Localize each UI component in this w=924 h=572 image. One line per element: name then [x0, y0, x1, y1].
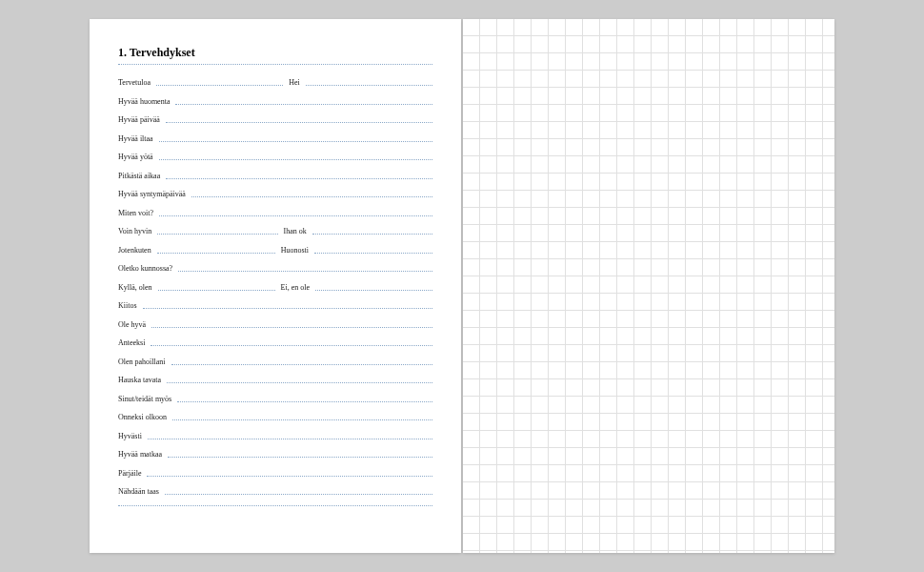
vocab-term: Hyvää matkaa: [118, 450, 162, 459]
vocab-term: Hauska tavata: [118, 376, 161, 384]
vocab-term: Tervetuloa: [118, 78, 151, 87]
vocab-row: Hyvää huomenta: [118, 97, 432, 106]
section-heading: 1. Tervehdykset: [118, 46, 432, 60]
fill-line: [157, 234, 277, 235]
fill-line: [156, 85, 283, 86]
fill-line: [166, 122, 432, 123]
fill-line: [168, 457, 432, 458]
vocab-term: Ihan ok: [284, 227, 307, 235]
fill-line: [167, 382, 432, 383]
fill-line: [143, 308, 432, 309]
fill-line: [314, 253, 432, 254]
vocab-term: Miten voit?: [118, 209, 153, 217]
vocab-row: Miten voit?: [118, 209, 432, 217]
vocab-row: Hyvää päivää: [118, 115, 432, 124]
fill-line: [159, 141, 432, 142]
vocab-row: Hyvästi: [118, 432, 432, 440]
vocab-term: Sinut/teidät myös: [118, 395, 171, 403]
vocabulary-list: TervetuloaHeiHyvää huomentaHyvää päivääH…: [118, 78, 432, 507]
right-page-grid: [463, 19, 834, 553]
vocab-term: Pitkästä aikaa: [118, 172, 160, 180]
fill-line: [165, 494, 432, 495]
vocab-row: Hyvää iltaa: [118, 134, 432, 143]
fill-line: [157, 253, 275, 254]
vocab-row: Hyvää yötä: [118, 153, 432, 161]
vocab-row: [118, 506, 432, 507]
fill-line: [306, 85, 432, 86]
vocab-row: Ole hyvä: [118, 320, 432, 329]
vocab-row: Pärjäile: [118, 469, 432, 478]
fill-line: [158, 290, 275, 291]
fill-line: [151, 345, 432, 346]
vocab-term: Hyvästi: [118, 432, 142, 440]
fill-line: [148, 439, 432, 439]
fill-line: [159, 215, 432, 216]
vocab-row: Sinut/teidät myös: [118, 395, 432, 403]
vocab-term: Jotenkuten: [118, 246, 151, 255]
fill-line: [175, 104, 432, 105]
fill-line: [172, 419, 432, 420]
vocab-term: Kyllä, olen: [118, 283, 152, 292]
vocab-term: Ole hyvä: [118, 320, 146, 329]
vocab-row: Hyvää syntymäpäivää: [118, 190, 432, 198]
vocab-row: Anteeksi: [118, 338, 432, 347]
vocab-term: Voin hyvin: [118, 227, 151, 235]
vocab-term: Hyvää yötä: [118, 153, 153, 161]
vocab-term: Ei, en ole: [281, 283, 310, 292]
fill-line: [191, 196, 432, 197]
fill-line: [312, 234, 432, 235]
vocab-row: Pitkästä aikaa: [118, 172, 432, 180]
fill-line: [147, 476, 432, 477]
vocab-row: Onneksi olkoon: [118, 413, 432, 421]
vocab-term: Kiitos: [118, 301, 137, 310]
fill-line: [166, 178, 432, 179]
fill-line: [118, 505, 432, 506]
fill-line: [315, 290, 432, 291]
vocab-row: Hyvää matkaa: [118, 450, 432, 459]
vocab-row: JotenkutenHuonosti: [118, 246, 432, 255]
vocab-term: Hyvää päivää: [118, 115, 160, 124]
vocab-term: Onneksi olkoon: [118, 413, 167, 421]
vocab-row: Hauska tavata: [118, 376, 432, 384]
vocab-term: Pärjäile: [118, 469, 141, 478]
fill-line: [178, 271, 432, 272]
vocab-row: TervetuloaHei: [118, 78, 432, 87]
vocab-row: Oletko kunnossa?: [118, 264, 432, 273]
vocab-row: Nähdään taas: [118, 487, 432, 496]
vocab-term: Hyvää huomenta: [118, 97, 170, 106]
vocab-term: Hei: [289, 78, 300, 87]
page-spread: 1. Tervehdykset TervetuloaHeiHyvää huome…: [90, 19, 834, 553]
vocab-term: Olen pahoillani: [118, 358, 166, 366]
fill-line: [177, 401, 432, 402]
vocab-row: Kyllä, olenEi, en ole: [118, 283, 432, 292]
heading-underline: [118, 64, 432, 65]
fill-line: [159, 159, 432, 160]
vocab-row: Voin hyvinIhan ok: [118, 227, 432, 235]
vocab-row: Olen pahoillani: [118, 358, 432, 366]
vocab-term: Oletko kunnossa?: [118, 264, 172, 273]
vocab-term: Anteeksi: [118, 338, 145, 347]
fill-line: [151, 327, 432, 328]
vocab-term: Hyvää syntymäpäivää: [118, 190, 186, 198]
left-page: 1. Tervehdykset TervetuloaHeiHyvää huome…: [90, 19, 461, 553]
vocab-term: Nähdään taas: [118, 487, 159, 496]
fill-line: [171, 364, 432, 365]
vocab-row: Kiitos: [118, 301, 432, 310]
vocab-term: Hyvää iltaa: [118, 134, 153, 143]
vocab-term: Huonosti: [281, 246, 309, 255]
